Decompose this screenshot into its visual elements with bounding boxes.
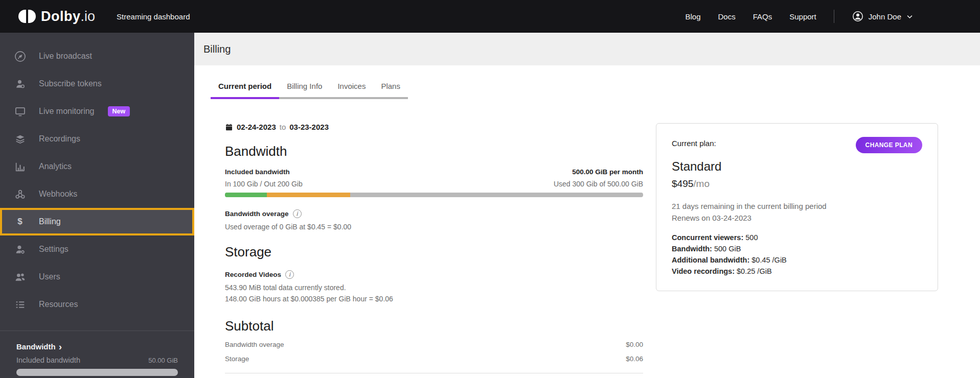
- plan-price-suffix: /mo: [693, 178, 710, 189]
- plan-detail-row: Bandwidth: 500 GiB: [672, 245, 922, 253]
- bandwidth-used: Used 300 Gib of 500.00 GiB: [554, 180, 643, 188]
- bar-chart-icon: [13, 160, 27, 173]
- sidebar-item-label: Settings: [39, 245, 69, 254]
- plan-price: $495: [672, 178, 693, 189]
- sidebar-item-label: Analytics: [39, 162, 72, 171]
- user-name: John Doe: [869, 12, 901, 21]
- new-badge: New: [108, 106, 130, 116]
- sidebar-item-analytics[interactable]: Analytics: [0, 153, 194, 180]
- change-plan-button[interactable]: CHANGE PLAN: [856, 137, 922, 153]
- page-header: Billing: [194, 33, 980, 65]
- billing-period-row: 02-24-2023 to 03-23-2023: [225, 123, 643, 131]
- dolby-double-d-icon: [18, 10, 36, 23]
- webhooks-icon: [13, 187, 27, 201]
- plan-detail-row: Additional bandwidth: $0.45 /GiB: [672, 256, 922, 264]
- bandwidth-overage-detail: Used overage of 0 GiB at $0.45 = $0.00: [225, 223, 643, 231]
- sidebar-item-settings[interactable]: Settings: [0, 235, 194, 263]
- subtotal-row-value: $0.00: [626, 341, 643, 348]
- included-bandwidth-label: Included bandwidth: [16, 356, 80, 364]
- bandwidth-heading: Bandwidth: [225, 144, 643, 159]
- top-navbar: Dolby.io Streaming dashboard Blog Docs F…: [0, 0, 980, 33]
- storage-rate-line: 148.00 GiB hours at $0.000385 per GiB ho…: [225, 294, 643, 304]
- current-plan-card: Current plan: CHANGE PLAN Standard $495/…: [656, 123, 938, 291]
- sidebar-item-label: Users: [39, 272, 60, 281]
- plan-detail-row: Video recordings: $0.25 /GiB: [672, 267, 922, 275]
- nav-divider: [834, 10, 834, 23]
- subscriber-icon: [13, 77, 27, 90]
- subtotal-row-value: $0.06: [626, 355, 643, 363]
- period-end-date: 03-23-2023: [289, 123, 329, 131]
- sidebar-item-label: Live monitoring: [39, 107, 95, 116]
- chevron-down-icon: [906, 13, 914, 20]
- storage-total-line: 543.90 MiB total data currently stored.: [225, 282, 643, 293]
- billing-detail-column: 02-24-2023 to 03-23-2023 Bandwidth Inclu…: [225, 123, 643, 378]
- sidebar: Live broadcast Subscribe tokens Live mon…: [0, 33, 194, 378]
- sidebar-item-subscribe-tokens[interactable]: Subscribe tokens: [0, 70, 194, 98]
- bandwidth-in-segment: [225, 193, 267, 197]
- sidebar-item-label: Live broadcast: [39, 52, 92, 61]
- recorded-videos-label: Recorded Videos: [225, 271, 281, 278]
- included-bandwidth-value: 50.00 GiB: [148, 357, 178, 364]
- sidebar-item-label: Billing: [39, 217, 61, 226]
- tab-invoices[interactable]: Invoices: [330, 82, 373, 99]
- monitor-icon: [13, 105, 27, 118]
- storage-heading: Storage: [225, 244, 643, 260]
- sidebar-item-resources[interactable]: Resources: [0, 291, 194, 318]
- plan-renews-date: Renews on 03-24-2023: [672, 214, 922, 222]
- included-bandwidth-label: Included bandwidth: [225, 168, 290, 176]
- sidebar-item-webhooks[interactable]: Webhooks: [0, 180, 194, 208]
- subtotal-heading: Subtotal: [225, 318, 643, 334]
- bandwidth-overage-label: Bandwidth overage: [225, 210, 289, 218]
- included-bandwidth-quota: 500.00 GiB per month: [572, 168, 643, 176]
- person-gear-icon: [13, 243, 27, 256]
- total-divider: [225, 373, 643, 373]
- nav-link-blog[interactable]: Blog: [686, 12, 701, 21]
- nav-link-support[interactable]: Support: [789, 12, 816, 21]
- list-icon: [13, 298, 27, 311]
- subtotal-row-label: Storage: [225, 355, 249, 363]
- tab-billing-info[interactable]: Billing Info: [279, 82, 330, 99]
- brand-suffix: .io: [81, 9, 96, 24]
- subtotal-row-bandwidth-overage: Bandwidth overage $0.00: [225, 341, 643, 348]
- nav-link-docs[interactable]: Docs: [718, 12, 736, 21]
- nav-link-faqs[interactable]: FAQs: [753, 12, 772, 21]
- sidebar-item-live-broadcast[interactable]: Live broadcast: [0, 42, 194, 70]
- subtotal-row-storage: Storage $0.06: [225, 355, 643, 363]
- tab-current-period[interactable]: Current period: [211, 82, 279, 99]
- sidebar-item-label: Recordings: [39, 134, 80, 144]
- sidebar-item-users[interactable]: Users: [0, 263, 194, 291]
- tab-plans[interactable]: Plans: [373, 82, 408, 99]
- top-nav-links: Blog Docs FAQs Support John Doe: [686, 10, 914, 23]
- plan-name: Standard: [672, 159, 922, 174]
- current-plan-label: Current plan:: [672, 137, 716, 148]
- user-avatar-icon: [852, 10, 864, 22]
- dolby-logo[interactable]: Dolby.io: [18, 9, 95, 25]
- period-start-date: 02-24-2023: [237, 123, 276, 131]
- plan-detail-row: Concurrent viewers: 500: [672, 233, 922, 242]
- sidebar-item-label: Resources: [39, 300, 78, 309]
- users-icon: [13, 270, 27, 284]
- calendar-icon: [225, 123, 233, 131]
- plan-days-remaining: 21 days remaining in the current billing…: [672, 202, 922, 210]
- bandwidth-progressbar: [225, 193, 643, 197]
- layers-icon: [13, 132, 27, 146]
- sidebar-item-label: Webhooks: [39, 190, 77, 199]
- bandwidth-summary-title: Bandwidth: [16, 342, 56, 351]
- sidebar-bandwidth-summary: Bandwidth › Included bandwidth 50.00 GiB…: [0, 331, 194, 378]
- billing-tabs: Current period Billing Info Invoices Pla…: [211, 82, 408, 99]
- user-menu[interactable]: John Doe: [852, 10, 914, 22]
- info-icon[interactable]: [285, 270, 294, 279]
- sidebar-item-live-monitoring[interactable]: Live monitoring New: [0, 98, 194, 125]
- sidebar-item-recordings[interactable]: Recordings: [0, 125, 194, 153]
- bandwidth-in-out: In 100 Gib / Out 200 Gib: [225, 180, 303, 188]
- brand-name: Dolby: [41, 9, 81, 24]
- sidebar-nav: Live broadcast Subscribe tokens Live mon…: [0, 33, 194, 318]
- chevron-right-icon: ›: [59, 343, 62, 350]
- bandwidth-summary-link[interactable]: Bandwidth ›: [16, 342, 178, 351]
- page-title: Billing: [203, 43, 231, 55]
- plan-details: Concurrent viewers: 500 Bandwidth: 500 G…: [672, 233, 922, 275]
- sidebar-item-billing[interactable]: $ Billing: [0, 208, 194, 235]
- sidebar-item-label: Subscribe tokens: [39, 79, 102, 88]
- info-icon[interactable]: [293, 209, 302, 218]
- bandwidth-out-segment: [267, 193, 351, 197]
